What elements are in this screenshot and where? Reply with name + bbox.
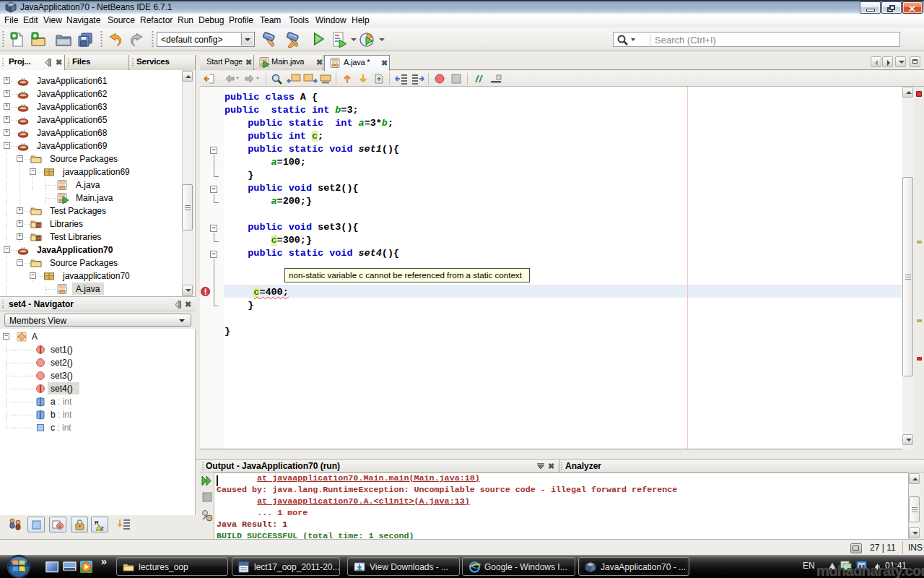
svg-text:R: R — [95, 519, 99, 526]
svg-text:Z: Z — [100, 525, 104, 531]
svg-text:S: S — [58, 524, 62, 529]
